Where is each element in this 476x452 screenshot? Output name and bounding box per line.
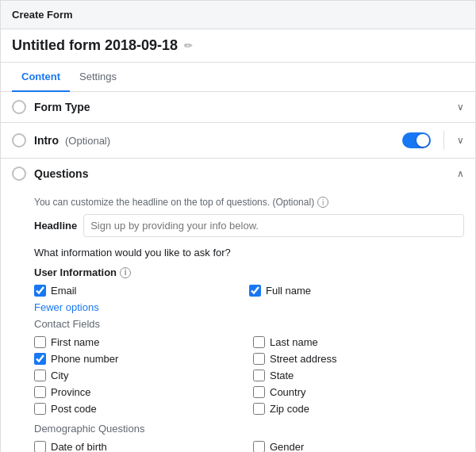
- fullname-checkbox[interactable]: [249, 285, 261, 297]
- hint-info-icon[interactable]: i: [317, 197, 328, 208]
- dob-item: Date of birth: [34, 441, 245, 452]
- demographic-row: Date of birth Gender: [34, 441, 464, 452]
- street-label[interactable]: Street address: [270, 353, 337, 365]
- form-type-chevron: ∨: [457, 102, 464, 113]
- title-bar: Create Form: [1, 1, 475, 29]
- intro-chevron: ∨: [457, 135, 464, 146]
- last-name-label[interactable]: Last name: [270, 336, 318, 348]
- gender-label[interactable]: Gender: [270, 441, 304, 452]
- contact-fields-label: Contact Fields: [34, 318, 464, 330]
- intro-title: Intro (Optional): [34, 134, 402, 147]
- ask-text: What information would you like to ask f…: [34, 247, 464, 259]
- user-info-label: User Information i: [34, 266, 464, 278]
- fullname-checkbox-item: Full name: [249, 285, 464, 297]
- questions-hint: You can customize the headline on the to…: [34, 197, 464, 208]
- headline-label: Headline: [34, 220, 77, 232]
- email-checkbox[interactable]: [34, 285, 46, 297]
- section-form-type: Form Type ∨: [1, 92, 475, 123]
- state-label[interactable]: State: [270, 370, 294, 381]
- street-checkbox[interactable]: [253, 353, 265, 365]
- form-name: Untitled form 2018-09-18: [12, 37, 178, 54]
- country-label[interactable]: Country: [270, 386, 306, 398]
- last-name-item: Last name: [253, 336, 464, 348]
- form-type-circle: [12, 100, 26, 114]
- questions-title: Questions: [34, 167, 457, 180]
- intro-optional: (Optional): [65, 135, 110, 147]
- postcode-label[interactable]: Post code: [51, 403, 97, 415]
- main-window: Create Form Untitled form 2018-09-18 ✏ C…: [0, 0, 476, 452]
- intro-toggle[interactable]: [402, 132, 431, 148]
- last-name-checkbox[interactable]: [253, 336, 265, 348]
- city-label[interactable]: City: [51, 370, 68, 381]
- intro-circle: [12, 133, 26, 147]
- user-checkboxes-row: Email Full name: [34, 285, 464, 297]
- questions-body: You can customize the headline on the to…: [1, 189, 475, 452]
- tab-settings[interactable]: Settings: [70, 63, 126, 92]
- city-checkbox[interactable]: [34, 370, 46, 381]
- gender-checkbox[interactable]: [253, 441, 265, 452]
- country-checkbox[interactable]: [253, 386, 265, 398]
- gender-item: Gender: [253, 441, 464, 452]
- questions-header[interactable]: Questions ∧: [1, 159, 475, 189]
- section-intro: Intro (Optional) ∨: [1, 123, 475, 159]
- email-label[interactable]: Email: [51, 285, 77, 297]
- fullname-label[interactable]: Full name: [266, 285, 311, 297]
- phone-label[interactable]: Phone number: [51, 353, 118, 365]
- contact-grid: First name Last name Phone number Street…: [34, 336, 464, 415]
- postcode-checkbox[interactable]: [34, 403, 46, 415]
- email-checkbox-item: Email: [34, 285, 249, 297]
- country-item: Country: [253, 386, 464, 398]
- phone-item: Phone number: [34, 353, 245, 365]
- first-name-checkbox[interactable]: [34, 336, 46, 348]
- first-name-item: First name: [34, 336, 245, 348]
- questions-circle: [12, 167, 26, 181]
- province-label[interactable]: Province: [51, 386, 91, 398]
- user-info-icon[interactable]: i: [120, 267, 131, 278]
- street-item: Street address: [253, 353, 464, 365]
- state-checkbox[interactable]: [253, 370, 265, 381]
- dob-checkbox[interactable]: [34, 441, 46, 452]
- edit-icon[interactable]: ✏: [184, 40, 193, 52]
- intro-divider: [443, 131, 444, 150]
- phone-checkbox[interactable]: [34, 353, 46, 365]
- section-questions: Questions ∧ You can customize the headli…: [1, 159, 475, 452]
- headline-row: Headline: [34, 214, 464, 237]
- province-checkbox[interactable]: [34, 386, 46, 398]
- zipcode-item: Zip code: [253, 403, 464, 415]
- state-item: State: [253, 370, 464, 381]
- title-bar-label: Create Form: [12, 9, 73, 21]
- form-type-title: Form Type: [34, 101, 457, 113]
- city-item: City: [34, 370, 245, 381]
- demographic-label: Demographic Questions: [34, 423, 464, 435]
- headline-input[interactable]: [83, 214, 464, 237]
- tab-content[interactable]: Content: [12, 63, 70, 92]
- tabs-row: Content Settings: [1, 63, 475, 92]
- province-item: Province: [34, 386, 245, 398]
- questions-chevron: ∧: [457, 168, 464, 179]
- form-title-row: Untitled form 2018-09-18 ✏: [1, 29, 475, 63]
- intro-header[interactable]: Intro (Optional) ∨: [1, 123, 475, 158]
- fewer-options-link[interactable]: Fewer options: [34, 301, 464, 313]
- zipcode-label[interactable]: Zip code: [270, 403, 309, 415]
- dob-label[interactable]: Date of birth: [51, 441, 107, 452]
- form-type-header[interactable]: Form Type ∨: [1, 92, 475, 122]
- first-name-label[interactable]: First name: [51, 336, 99, 348]
- zipcode-checkbox[interactable]: [253, 403, 265, 415]
- intro-toggle-wrapper: ∨: [402, 131, 464, 150]
- postcode-item: Post code: [34, 403, 245, 415]
